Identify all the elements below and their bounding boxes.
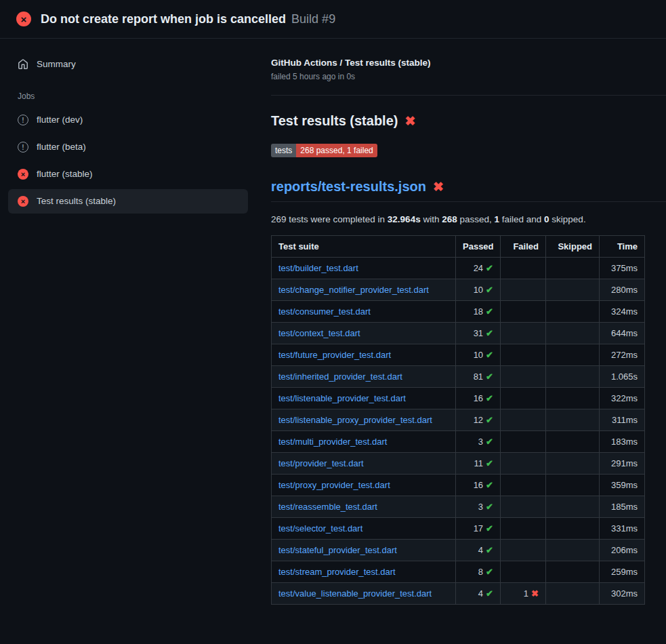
column-header-skipped: Skipped bbox=[546, 236, 600, 258]
passed-count: 17 bbox=[474, 523, 483, 534]
test-suite-link[interactable]: test/value_listenable_provider_test.dart bbox=[278, 588, 432, 599]
sidebar-job-item[interactable]: × flutter (stable) bbox=[8, 162, 248, 186]
passed-count: 24 bbox=[474, 263, 483, 273]
time-value: 183ms bbox=[611, 437, 638, 447]
time-value: 272ms bbox=[611, 350, 638, 360]
table-row: test/provider_test.dart 11✔ 291ms bbox=[272, 453, 645, 475]
check-icon: ✔ bbox=[486, 588, 493, 599]
time-value: 322ms bbox=[611, 393, 638, 403]
table-row: test/change_notifier_provider_test.dart … bbox=[272, 279, 645, 301]
test-suite-link[interactable]: test/multi_provider_test.dart bbox=[278, 437, 387, 447]
sidebar-job-label: flutter (dev) bbox=[37, 115, 83, 125]
column-header-failed: Failed bbox=[501, 236, 546, 258]
sidebar-job-label: flutter (beta) bbox=[37, 142, 86, 153]
job-list: ! flutter (dev) ! flutter (beta) × flutt… bbox=[8, 108, 248, 214]
table-row: test/builder_test.dart 24✔ 375ms bbox=[272, 258, 645, 279]
time-value: 291ms bbox=[611, 458, 638, 468]
test-suite-link[interactable]: test/change_notifier_provider_test.dart bbox=[278, 285, 429, 295]
home-icon bbox=[18, 59, 28, 70]
failed-icon: × bbox=[18, 169, 28, 180]
check-icon: ✔ bbox=[486, 371, 493, 382]
passed-count: 11 bbox=[474, 458, 484, 468]
tests-badge: tests 268 passed, 1 failed bbox=[271, 144, 377, 157]
header: × Do not create report when job is cance… bbox=[0, 0, 666, 39]
summary-text: 269 tests were completed in bbox=[271, 214, 388, 224]
sidebar-job-item[interactable]: ! flutter (beta) bbox=[8, 135, 248, 159]
check-run-page: × Do not create report when job is cance… bbox=[0, 0, 666, 644]
passed-count: 18 bbox=[474, 306, 483, 317]
passed-count: 16 bbox=[474, 393, 483, 403]
passed-count: 8 bbox=[478, 567, 483, 577]
time-value: 359ms bbox=[611, 480, 638, 490]
sidebar-summary-label: Summary bbox=[37, 59, 76, 70]
sidebar-item-summary[interactable]: Summary bbox=[8, 52, 248, 77]
time-value: 331ms bbox=[611, 523, 638, 534]
summary-text: failed and bbox=[499, 214, 544, 224]
test-suite-link[interactable]: test/provider_test.dart bbox=[278, 458, 364, 468]
passed-count: 3 bbox=[478, 437, 483, 447]
check-icon: ✔ bbox=[486, 480, 493, 490]
test-suite-link[interactable]: test/listenable_provider_test.dart bbox=[278, 393, 406, 403]
section-title: Test results (stable) bbox=[271, 113, 398, 129]
test-suite-link[interactable]: test/builder_test.dart bbox=[278, 263, 358, 273]
failed-status-icon: × bbox=[16, 12, 31, 26]
test-suite-link[interactable]: test/reassemble_test.dart bbox=[278, 502, 377, 512]
build-number: Build #9 bbox=[291, 12, 335, 26]
page-title: Do not create report when job is cancell… bbox=[41, 12, 286, 26]
time-value: 280ms bbox=[611, 285, 638, 295]
test-suite-link[interactable]: test/inherited_provider_test.dart bbox=[278, 371, 402, 382]
section-heading: Test results (stable) ✖ bbox=[271, 113, 666, 129]
check-icon: ✔ bbox=[486, 263, 493, 273]
sidebar-job-item[interactable]: × Test results (stable) bbox=[8, 189, 248, 214]
sidebar-job-label: Test results (stable) bbox=[37, 196, 116, 207]
passed-count: 81 bbox=[474, 371, 483, 382]
test-suite-link[interactable]: test/context_test.dart bbox=[278, 328, 360, 338]
test-results-table: Test suite Passed Failed Skipped Time te… bbox=[271, 235, 645, 605]
main-content: GitHub Actions / Test results (stable) f… bbox=[257, 39, 666, 644]
summary-skipped-count: 0 bbox=[544, 214, 549, 224]
column-header-passed: Passed bbox=[456, 236, 501, 258]
breadcrumb: GitHub Actions / Test results (stable) bbox=[271, 58, 666, 68]
sidebar-job-item[interactable]: ! flutter (dev) bbox=[8, 108, 248, 132]
test-suite-link[interactable]: test/stateful_provider_test.dart bbox=[278, 545, 397, 555]
table-header-row: Test suite Passed Failed Skipped Time bbox=[272, 236, 645, 258]
status-line: failed 5 hours ago in 0s bbox=[271, 72, 666, 81]
passed-count: 4 bbox=[478, 588, 483, 599]
time-value: 302ms bbox=[611, 588, 638, 599]
table-row: test/value_listenable_provider_test.dart… bbox=[272, 583, 645, 605]
passed-count: 31 bbox=[474, 328, 483, 338]
divider bbox=[271, 95, 666, 96]
test-table-body: test/builder_test.dart 24✔ 375ms test/ch… bbox=[272, 258, 645, 605]
x-icon: ✖ bbox=[404, 113, 415, 129]
sidebar-job-label: flutter (stable) bbox=[37, 169, 93, 180]
test-suite-link[interactable]: test/future_provider_test.dart bbox=[278, 350, 391, 360]
column-header-time: Time bbox=[600, 236, 645, 258]
test-suite-link[interactable]: test/proxy_provider_test.dart bbox=[278, 480, 390, 490]
table-row: test/listenable_provider_test.dart 16✔ 3… bbox=[272, 388, 645, 409]
table-row: test/reassemble_test.dart 3✔ 185ms bbox=[272, 496, 645, 518]
table-row: test/selector_test.dart 17✔ 331ms bbox=[272, 518, 645, 540]
summary-text: with bbox=[421, 214, 442, 224]
check-icon: ✔ bbox=[486, 458, 493, 468]
neutral-icon: ! bbox=[18, 115, 28, 125]
time-value: 206ms bbox=[611, 545, 638, 555]
summary-duration: 32.964s bbox=[388, 214, 421, 224]
neutral-icon: ! bbox=[18, 142, 28, 153]
table-row: test/inherited_provider_test.dart 81✔ 1.… bbox=[272, 366, 645, 388]
check-icon: ✔ bbox=[486, 545, 493, 555]
test-suite-link[interactable]: test/consumer_test.dart bbox=[278, 306, 371, 317]
failed-icon: × bbox=[18, 196, 28, 207]
time-value: 259ms bbox=[611, 567, 638, 577]
report-link[interactable]: reports/test-results.json bbox=[271, 179, 426, 195]
test-suite-link[interactable]: test/listenable_proxy_provider_test.dart bbox=[278, 415, 432, 425]
test-suite-link[interactable]: test/stream_provider_test.dart bbox=[278, 567, 396, 577]
check-icon: ✔ bbox=[486, 567, 493, 577]
test-suite-link[interactable]: test/selector_test.dart bbox=[278, 523, 362, 534]
check-icon: ✔ bbox=[486, 415, 493, 425]
x-icon: ✖ bbox=[531, 588, 539, 599]
table-row: test/consumer_test.dart 18✔ 324ms bbox=[272, 301, 645, 323]
passed-count: 4 bbox=[478, 545, 483, 555]
time-value: 185ms bbox=[611, 502, 638, 512]
check-icon: ✔ bbox=[486, 350, 493, 360]
passed-count: 10 bbox=[474, 285, 483, 295]
